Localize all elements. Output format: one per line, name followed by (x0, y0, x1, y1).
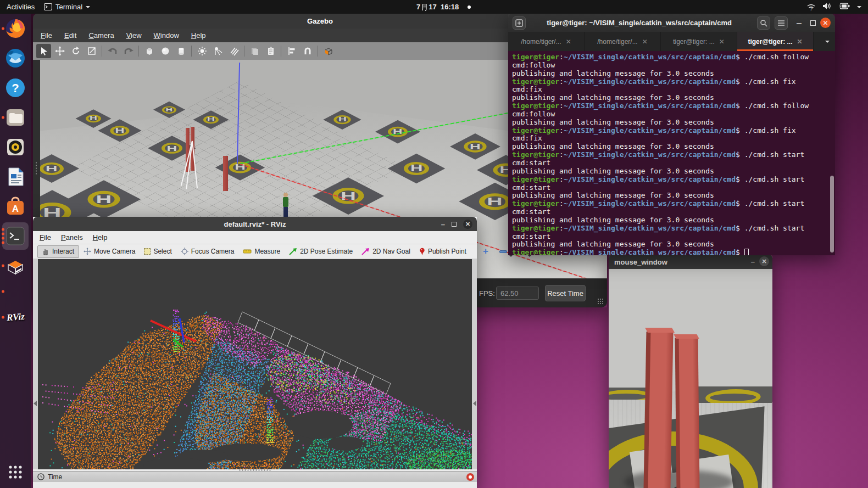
insert-sphere-button[interactable] (158, 44, 173, 58)
right-panel-collapse-arrow[interactable] (473, 401, 476, 406)
rviz-3d-viewport[interactable] (33, 259, 477, 469)
tab-close-icon[interactable]: ✕ (642, 38, 648, 46)
menu-file[interactable]: File (41, 31, 52, 40)
menu-camera[interactable]: Camera (88, 31, 114, 40)
terminal-app-icon (5, 226, 25, 246)
tab-tiger-4-active[interactable]: tiger@tiger: ...✕ (737, 32, 814, 51)
menu-view[interactable]: View (126, 31, 142, 40)
new-tab-button[interactable] (513, 16, 526, 30)
minimize-button[interactable]: – (751, 257, 755, 266)
tab-close-icon[interactable]: ✕ (719, 38, 725, 46)
terminal-titlebar[interactable]: tiger@tiger: ~/VISIM_single/catkin_ws/sr… (508, 14, 835, 32)
tab-home-tiger-2[interactable]: /home/tiger/...✕ (585, 32, 661, 51)
minimize-button[interactable]: – (797, 18, 802, 28)
rotate-tool-button[interactable] (68, 44, 83, 58)
menu-edit[interactable]: Edit (64, 31, 76, 40)
dock-item-rviz[interactable]: RViz (0, 302, 31, 332)
clock[interactable]: 7 17 16:18 (412, 0, 475, 14)
firefox-icon (5, 18, 26, 39)
redo-button[interactable] (121, 44, 136, 58)
dock-item-thunderbird[interactable] (0, 43, 31, 73)
copy-button[interactable] (247, 44, 262, 58)
move-camera-tool-button[interactable]: Move Camera (79, 245, 140, 258)
insert-box-button[interactable] (142, 44, 157, 58)
left-panel-collapse-arrow[interactable] (34, 401, 37, 406)
tab-close-icon[interactable]: ✕ (797, 38, 802, 46)
pointcloud-canvas[interactable] (38, 259, 472, 469)
close-button[interactable]: ✕ (463, 220, 472, 229)
add-tool-button[interactable]: + (477, 245, 494, 258)
minimize-button[interactable]: – (441, 220, 445, 228)
paste-icon (266, 46, 276, 56)
dock-item-gazebo[interactable] (0, 251, 31, 281)
scale-tool-button[interactable] (84, 44, 99, 58)
menu-panels[interactable]: Panels (61, 233, 83, 242)
terminal-line: publishing and latching message for 3.0 … (512, 167, 835, 175)
terminal-output[interactable]: tiger@tiger:~/VISIM_single/catkin_ws/src… (508, 51, 835, 255)
dock-item-files[interactable] (0, 103, 31, 132)
terminal-scrollbar[interactable] (830, 176, 834, 253)
building-editor-button[interactable] (321, 44, 336, 58)
dock-item-unknown-window[interactable] (0, 281, 31, 302)
tab-close-icon[interactable]: ✕ (566, 38, 571, 46)
terminal-icon (44, 3, 52, 10)
point-light-icon (197, 46, 207, 56)
dock-item-help[interactable]: ? (0, 73, 31, 103)
time-panel-close-button[interactable] (466, 473, 474, 481)
spot-light-button[interactable] (210, 44, 225, 58)
translate-icon (55, 46, 65, 56)
toolbar-separator (318, 46, 318, 57)
mouse-window-titlebar[interactable]: mouse_window – ✕ (609, 255, 772, 269)
terminal-line: cmd:start (512, 159, 835, 167)
terminal-line: publishing and latching message for 3.0 … (512, 69, 835, 77)
system-status-area[interactable]: ? (802, 0, 866, 14)
resize-grip[interactable] (597, 298, 604, 305)
nav-goal-tool-button[interactable]: 2D Nav Goal (357, 245, 415, 258)
menu-file[interactable]: File (40, 233, 51, 242)
dock-item-rhythmbox[interactable] (0, 132, 31, 162)
dock-item-terminal[interactable] (0, 221, 31, 251)
dock-item-libreoffice-writer[interactable] (0, 162, 31, 192)
snap-button[interactable] (300, 44, 315, 58)
activities-button[interactable]: Activities (2, 0, 39, 14)
menu-button[interactable] (775, 16, 788, 30)
measure-tool-button[interactable]: Measure (238, 245, 285, 258)
reset-time-button[interactable]: Reset Time (545, 285, 586, 301)
select-tool-button[interactable] (36, 44, 51, 58)
app-menu-button[interactable]: Terminal (40, 0, 94, 14)
maximize-button[interactable] (452, 222, 457, 227)
point-light-button[interactable] (194, 44, 209, 58)
paste-button[interactable] (263, 44, 278, 58)
align-button[interactable] (284, 44, 299, 58)
insert-cylinder-button[interactable] (174, 44, 188, 58)
select-tool-button[interactable]: Select (140, 245, 176, 258)
close-button[interactable]: ✕ (820, 18, 831, 28)
close-button[interactable]: ✕ (759, 256, 769, 266)
maximize-button[interactable] (810, 20, 816, 26)
dock-item-ubuntu-software[interactable]: A (0, 192, 31, 221)
menu-window[interactable]: Window (154, 31, 179, 40)
tab-tiger-3[interactable]: tiger@tiger: ...✕ (661, 32, 737, 51)
interact-tool-button[interactable]: Interact (37, 245, 79, 258)
rviz-titlebar[interactable]: default.rviz* - RViz – ✕ (33, 217, 477, 231)
pose-estimate-tool-button[interactable]: 2D Pose Estimate (285, 245, 357, 258)
toolbar-separator (102, 46, 102, 57)
tab-home-tiger-1[interactable]: /home/tiger/...✕ (508, 32, 585, 51)
helipad: H (329, 113, 356, 126)
focus-camera-tool-button[interactable]: Focus Camera (176, 245, 239, 258)
menu-help[interactable]: Help (93, 233, 108, 242)
directional-light-button[interactable] (226, 44, 241, 58)
search-button[interactable] (757, 16, 770, 30)
toolbar-separator (244, 46, 244, 57)
mouse-window-viewport[interactable] (609, 269, 772, 488)
tab-list-button[interactable] (820, 32, 835, 51)
show-applications-button[interactable] (0, 457, 31, 487)
time-panel-header[interactable]: Time (33, 471, 477, 482)
terminal-line: cmd:start (512, 183, 835, 192)
building-editor-icon (323, 46, 334, 56)
translate-tool-button[interactable] (52, 44, 67, 58)
publish-point-tool-button[interactable]: Publish Point (415, 245, 471, 258)
menu-help[interactable]: Help (191, 31, 206, 40)
undo-button[interactable] (105, 44, 120, 58)
dock-item-firefox[interactable] (0, 14, 31, 43)
